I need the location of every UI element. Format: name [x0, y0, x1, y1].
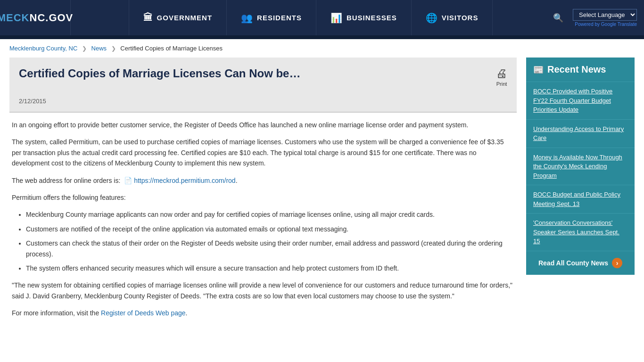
feature-item-2: Customers are notified of the receipt of…	[26, 224, 514, 234]
powered-by-label: Powered by	[575, 22, 600, 27]
recent-news-box: 📰 Recent News BOCC Provided with Positiv…	[526, 58, 635, 275]
article-header: Certified Copies of Marriage Licenses Ca…	[9, 58, 517, 94]
article-para-3-prefix: The web address for online orders is:	[12, 177, 120, 184]
nav-government-label: GOVERNMENT	[157, 14, 213, 22]
feature-item-3: Customers can check the status of their …	[26, 238, 514, 259]
breadcrumb-news[interactable]: News	[91, 45, 107, 52]
news-link-1[interactable]: BOCC Provided with Positive FY22 Fourth …	[533, 88, 612, 113]
sidebar: 📰 Recent News BOCC Provided with Positiv…	[526, 58, 635, 325]
main-nav: 🏛 GOVERNMENT 👥 RESIDENTS 📊 BUSINESSES 🌐 …	[71, 0, 551, 35]
feature-item-1: Mecklenburg County marriage applicants c…	[26, 209, 514, 220]
article-last-prefix: For more information, visit the	[12, 309, 99, 317]
news-link-5[interactable]: 'Conservation Conversations' Speaker Ser…	[533, 219, 619, 245]
feature-item-4: The system offers enhanced security meas…	[26, 263, 514, 273]
article-last-suffix: .	[186, 309, 188, 317]
news-link-4[interactable]: BOCC Budget and Public Policy Meeting Se…	[533, 191, 620, 207]
print-label: Print	[496, 81, 507, 87]
language-selector-area: Select Language Powered by Google Transl…	[573, 9, 637, 27]
powered-by-text: Powered by Google Translate	[575, 22, 637, 27]
breadcrumb-sep-1: ❯	[82, 45, 87, 52]
link-doc-icon: 📄	[124, 175, 132, 186]
nav-businesses-label: BUSINESSES	[347, 14, 397, 22]
read-all-arrow-icon: ›	[612, 258, 622, 268]
news-item-1: BOCC Provided with Positive FY22 Fourth …	[526, 82, 635, 119]
features-list: Mecklenburg County marriage applicants c…	[26, 209, 514, 273]
print-icon: 🖨	[496, 67, 507, 80]
recent-news-header: 📰 Recent News	[526, 58, 635, 82]
news-link-2[interactable]: Understanding Access to Primary Care	[533, 125, 624, 142]
visitors-icon: 🌐	[426, 12, 438, 24]
logo-nc: NC.GOV	[30, 12, 74, 24]
nav-visitors-label: VISITORS	[442, 14, 479, 22]
site-logo[interactable]: MECKNC.GOV	[0, 12, 73, 24]
article-area: Certified Copies of Marriage Licenses Ca…	[9, 58, 517, 325]
news-item-5: 'Conservation Conversations' Speaker Ser…	[526, 213, 635, 251]
residents-icon: 👥	[241, 12, 253, 24]
read-all-button[interactable]: Read All County News ›	[526, 251, 635, 275]
article-quote: "The new system for obtaining certified …	[12, 280, 514, 301]
permitium-link[interactable]: https://meckrod.permitium.com/rod	[134, 175, 236, 186]
read-all-link[interactable]: Read All County News	[538, 259, 608, 267]
news-item-3: Money is Available Now Through the Count…	[526, 148, 635, 185]
breadcrumb-sep-2: ❯	[111, 45, 116, 52]
news-item-2: Understanding Access to Primary Care	[526, 119, 635, 148]
site-header: MECKNC.GOV 🏛 GOVERNMENT 👥 RESIDENTS 📊 BU…	[0, 0, 644, 35]
breadcrumb: Mecklenburg County, NC ❯ News ❯ Certifie…	[0, 39, 644, 58]
businesses-icon: 📊	[330, 12, 343, 24]
language-select[interactable]: Select Language	[573, 9, 637, 21]
nav-residents[interactable]: 👥 RESIDENTS	[227, 0, 316, 35]
article-last-para: For more information, visit the Register…	[12, 308, 514, 318]
news-link-3[interactable]: Money is Available Now Through the Count…	[533, 154, 622, 179]
nav-visitors[interactable]: 🌐 VISITORS	[412, 0, 493, 35]
breadcrumb-current: Certified Copies of Marriage Licenses	[120, 45, 223, 52]
article-para-4: Permitium offers the following features:	[12, 192, 514, 203]
news-item-4: BOCC Budget and Public Policy Meeting Se…	[526, 185, 635, 213]
article-body: In an ongoing effort to provide better c…	[9, 120, 517, 318]
print-button[interactable]: 🖨 Print	[496, 67, 507, 87]
main-content: Certified Copies of Marriage Licenses Ca…	[0, 58, 644, 334]
article-para-2: The system, called Permitium, can be use…	[12, 137, 514, 168]
translate-label: Translate	[618, 22, 637, 27]
search-button[interactable]: 🔍	[551, 10, 566, 25]
permitium-link-wrap: 📄https://meckrod.permitium.com/rod	[124, 175, 236, 186]
google-label: Google	[601, 22, 616, 27]
nav-businesses[interactable]: 📊 BUSINESSES	[316, 0, 412, 35]
header-right: 🔍 Select Language Powered by Google Tran…	[551, 9, 644, 27]
nav-government[interactable]: 🏛 GOVERNMENT	[129, 0, 227, 35]
register-deeds-link[interactable]: Register of Deeds Web page	[101, 309, 186, 317]
article-title: Certified Copies of Marriage Licenses Ca…	[19, 67, 496, 80]
logo-meck: MECK	[0, 12, 30, 24]
article-date: 2/12/2015	[9, 94, 517, 113]
newspaper-icon: 📰	[533, 65, 544, 75]
government-icon: 🏛	[143, 12, 153, 23]
article-para-1: In an ongoing effort to provide better c…	[12, 120, 514, 130]
recent-news-list: BOCC Provided with Positive FY22 Fourth …	[526, 82, 635, 251]
nav-residents-label: RESIDENTS	[257, 14, 302, 22]
breadcrumb-home[interactable]: Mecklenburg County, NC	[9, 45, 77, 52]
logo-area[interactable]: MECKNC.GOV	[0, 0, 71, 35]
recent-news-title: Recent News	[547, 64, 606, 75]
article-para-3: The web address for online orders is: 📄h…	[12, 175, 514, 186]
sub-header-bar	[0, 35, 644, 39]
